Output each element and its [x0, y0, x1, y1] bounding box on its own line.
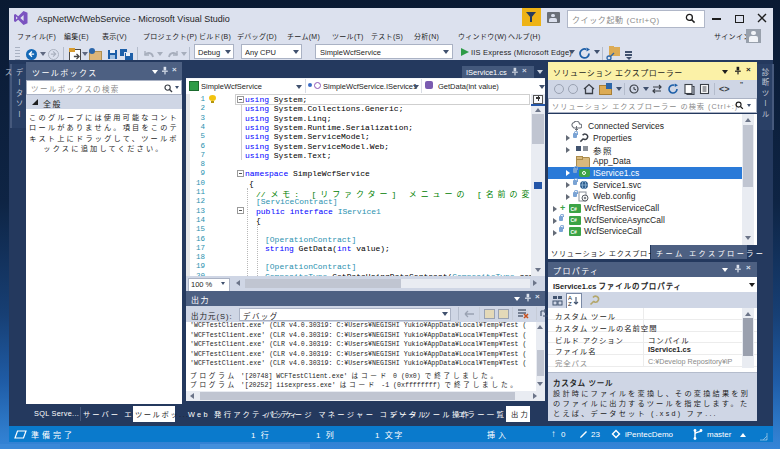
- svg-text:Z: Z: [568, 301, 572, 306]
